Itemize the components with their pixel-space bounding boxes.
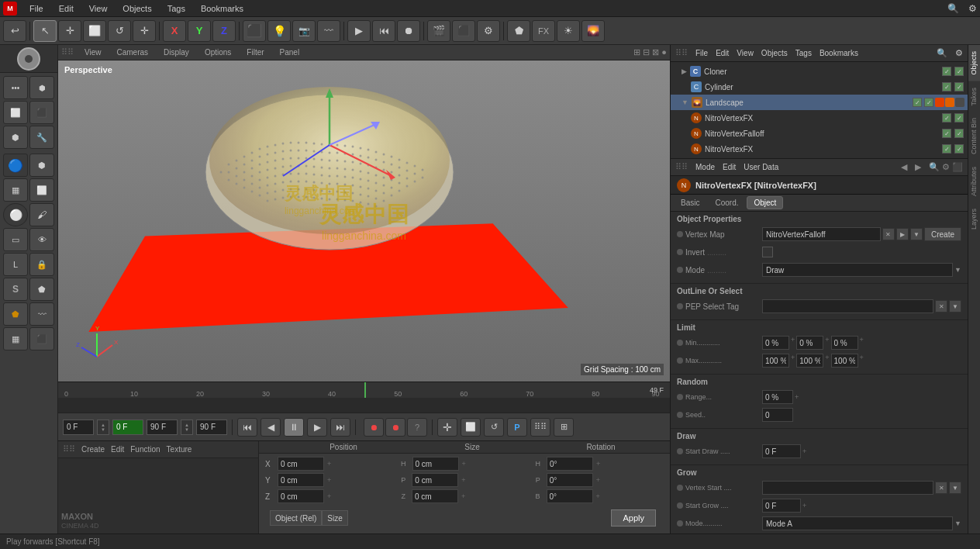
rotate-tool[interactable]: ↺ xyxy=(108,20,131,42)
attr-tab-basic[interactable]: Basic xyxy=(674,196,706,209)
nitro1-vis2[interactable]: ✓ xyxy=(954,113,964,123)
landscape-expand[interactable]: ▼ xyxy=(682,98,688,106)
landscape-vis2[interactable]: ✓ xyxy=(924,98,933,107)
bottom-tab-create[interactable]: Create xyxy=(81,445,105,454)
bottom-tab-function[interactable]: Function xyxy=(130,445,160,454)
select-icon-btn[interactable]: ⬜ xyxy=(461,418,481,437)
coord-z-rot[interactable] xyxy=(547,489,593,503)
obj-settings-icon[interactable]: ⚙ xyxy=(955,48,963,58)
attr-menu-userdata[interactable]: User Data xyxy=(744,163,778,171)
attr-menu-edit[interactable]: Edit xyxy=(723,163,736,171)
cloner-vis1[interactable]: ✓ xyxy=(942,67,951,76)
coord-x-size[interactable] xyxy=(412,457,459,471)
mode-dropdown-arrow[interactable]: ▼ xyxy=(954,266,961,274)
start-grow-val[interactable] xyxy=(762,499,801,513)
obj-menu-tags[interactable]: Tags xyxy=(795,49,812,57)
select-tool[interactable]: ↖ xyxy=(33,20,57,42)
obj-rel-dropdown[interactable]: Object (Rel) xyxy=(270,510,322,526)
min-val2[interactable] xyxy=(796,336,823,350)
end-frame-input[interactable] xyxy=(147,420,178,435)
obj-menu-file[interactable]: File xyxy=(695,49,708,57)
mode-points[interactable]: ••• xyxy=(3,76,28,99)
p-icon-btn[interactable]: P xyxy=(507,418,527,437)
render-btn[interactable]: 🎬 xyxy=(427,20,450,42)
attr-tab-coord[interactable]: Coord. xyxy=(708,196,745,209)
range-val[interactable] xyxy=(762,390,793,404)
vertex-start-btn2[interactable]: ▼ xyxy=(949,482,961,494)
invert-checkbox[interactable] xyxy=(762,247,773,257)
viewport-tab-options[interactable]: Options xyxy=(200,47,236,58)
z-axis-btn[interactable]: Z xyxy=(212,20,236,42)
record-btn[interactable]: ⏺ xyxy=(397,20,420,42)
max-val1[interactable] xyxy=(762,354,789,368)
spline2-btn[interactable]: 〰 xyxy=(29,302,54,326)
viewport-tab-filter[interactable]: Filter xyxy=(242,47,268,58)
timeline-track[interactable] xyxy=(58,398,670,413)
texture-btn[interactable]: ⬢ xyxy=(29,154,54,177)
min-val1[interactable] xyxy=(762,336,789,350)
pivot-btn[interactable]: L xyxy=(3,253,28,276)
mode-edges[interactable]: ⬢ xyxy=(29,76,54,99)
tweak-btn[interactable]: ⬢ xyxy=(3,126,28,149)
cloner-vis2[interactable]: ✓ xyxy=(954,67,964,76)
go-end-btn[interactable]: ⏭ xyxy=(330,418,350,437)
snap-btn[interactable]: 🔧 xyxy=(29,126,54,149)
sphere2-btn[interactable]: ⚪ xyxy=(3,203,28,226)
end-frame2-input[interactable] xyxy=(196,420,227,435)
viewport-3d[interactable]: Perspective /* dots rendered via CSS bel… xyxy=(58,60,670,382)
brush-btn[interactable]: 🖌 xyxy=(29,203,54,226)
side-tab-content-bin[interactable]: Content Bin xyxy=(968,112,980,161)
light-btn[interactable]: ☀ xyxy=(557,20,580,42)
render-settings-btn[interactable]: ⚙ xyxy=(477,20,500,42)
go-start-btn[interactable]: ⏮ xyxy=(237,418,257,437)
extra-btn[interactable]: ⬛ xyxy=(29,327,54,350)
eye-btn[interactable]: 👁 xyxy=(29,228,54,251)
cylinder-vis1[interactable]: ✓ xyxy=(942,82,951,92)
play-back-btn[interactable]: ⏮ xyxy=(372,20,395,42)
obj-row-nitro1[interactable]: N NitroVertexFX ✓ ✓ xyxy=(671,110,968,126)
coord-z-pos[interactable] xyxy=(278,489,324,503)
vertex-map-btn2[interactable]: ▶ xyxy=(896,228,909,240)
y-size-expand[interactable]: + xyxy=(460,476,467,484)
menu-bookmarks[interactable]: Bookmarks xyxy=(198,2,247,15)
viewport-tab-display[interactable]: Display xyxy=(159,47,194,58)
frame-stepper[interactable]: ▲ ▼ xyxy=(97,420,109,435)
checker2-btn[interactable]: ▦ xyxy=(3,327,28,350)
universal-tool[interactable]: ✛ xyxy=(133,20,156,42)
lock-btn[interactable]: 🔒 xyxy=(29,253,54,276)
mode-obj[interactable]: ⬛ xyxy=(29,101,54,124)
menu-tags[interactable]: Tags xyxy=(164,2,188,15)
frame-btn[interactable]: ▭ xyxy=(3,228,28,251)
rotate-icon-btn[interactable]: ↺ xyxy=(484,418,504,437)
dots-btn[interactable]: ⠿⠿ xyxy=(530,418,550,437)
x-axis-btn[interactable]: X xyxy=(163,20,186,42)
obj-search-icon[interactable]: 🔍 xyxy=(937,48,947,58)
coord-y-size[interactable] xyxy=(412,473,458,487)
settings-icon[interactable]: ⚙ xyxy=(968,3,977,14)
y-pos-expand[interactable]: + xyxy=(326,476,333,484)
side-tab-layers[interactable]: Layers xyxy=(968,202,980,236)
nitro1-vis1[interactable]: ✓ xyxy=(942,113,951,123)
attr-tab-object[interactable]: Object xyxy=(747,196,783,209)
coord-z-size[interactable] xyxy=(412,489,458,503)
vertex-map-btn3[interactable]: ▼ xyxy=(910,228,923,240)
render-view-btn[interactable]: ⬛ xyxy=(452,20,475,42)
menu-edit[interactable]: Edit xyxy=(56,2,77,15)
coord-y-rot[interactable] xyxy=(547,473,593,487)
coord-x-pos[interactable] xyxy=(278,457,324,471)
pep-btn1[interactable]: ✕ xyxy=(935,300,947,312)
attr-nav-right[interactable]: ▶ xyxy=(915,162,921,172)
layout-btn[interactable]: ⊞ xyxy=(554,418,574,437)
deform-btn[interactable]: ⬟ xyxy=(3,302,28,326)
nitro-falloff-vis1[interactable]: ✓ xyxy=(942,129,951,138)
obj-row-nitro2[interactable]: N NitroVertexFX ✓ ✓ xyxy=(671,141,968,157)
obj-row-nitro-falloff[interactable]: N NitroVertexFalloff ✓ ✓ xyxy=(671,126,968,141)
coord-x-rot[interactable] xyxy=(547,457,593,471)
side-tab-attributes[interactable]: Attributes xyxy=(968,161,980,202)
max-val2[interactable] xyxy=(796,354,823,368)
create-button[interactable]: Create xyxy=(924,227,961,241)
grow-mode-arrow[interactable]: ▼ xyxy=(954,520,961,527)
end-frame-stepper[interactable]: ▲ ▼ xyxy=(181,420,193,435)
coord-y-pos[interactable] xyxy=(278,473,324,487)
play-fwd-btn[interactable]: ▶ xyxy=(307,418,327,437)
